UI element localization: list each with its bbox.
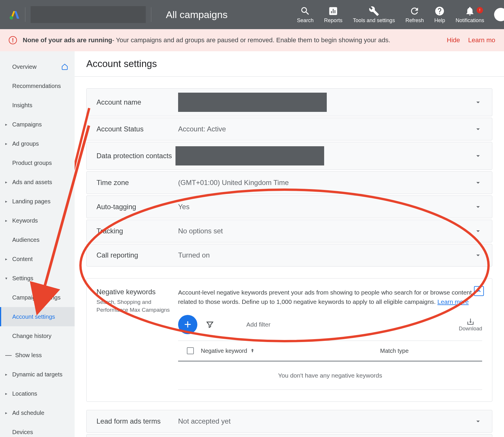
row-auto-tagging[interactable]: Auto-tagging Yes <box>86 195 492 218</box>
sidebar-item-label: Landing pages <box>12 198 50 205</box>
caret-icon <box>5 180 7 184</box>
row-tracking[interactable]: Tracking No options set <box>86 220 492 242</box>
refresh-button[interactable]: Refresh <box>400 6 429 24</box>
home-icon <box>61 63 68 70</box>
sidebar-item-devices[interactable]: Devices <box>0 422 75 437</box>
sidebar-item-label: Ads and assets <box>12 179 52 186</box>
caret-icon <box>5 410 7 415</box>
redacted-value <box>175 146 324 165</box>
help-button[interactable]: Help <box>429 6 450 24</box>
column-match-type[interactable]: Match type <box>380 348 476 354</box>
reports-label: Reports <box>324 17 343 24</box>
sidebar-item-label: Settings <box>12 275 33 282</box>
sidebar-item-insights[interactable]: Insights <box>0 96 75 115</box>
filter-icon-button[interactable] <box>206 320 214 329</box>
alert-bold-text: None of your ads are running <box>23 36 112 44</box>
avatar[interactable] <box>494 8 504 21</box>
row-value: No options set <box>178 227 474 235</box>
reports-button[interactable]: Reports <box>319 6 348 24</box>
sidebar-item-ads-assets[interactable]: Ads and assets <box>0 172 75 192</box>
neg-kw-description: Account-level negative keywords prevent … <box>178 288 482 306</box>
account-name-redacted <box>31 6 146 23</box>
sidebar-item-dynamic-ad-targets[interactable]: Dynamic ad targets <box>0 365 75 384</box>
sidebar-item-ad-groups[interactable]: Ad groups <box>0 134 75 153</box>
select-all-checkbox[interactable] <box>187 347 194 354</box>
row-account-name[interactable]: Account name <box>86 88 492 116</box>
sidebar-item-label: Dynamic ad targets <box>12 371 62 378</box>
add-button[interactable]: + <box>178 315 197 334</box>
row-lead-form[interactable]: Lead form ads terms Not accepted yet <box>86 410 492 433</box>
notification-badge: ! <box>477 7 483 13</box>
sidebar-item-settings[interactable]: Settings <box>0 269 75 288</box>
alert-hide-button[interactable]: Hide <box>447 36 460 44</box>
column-negative-keyword[interactable]: Negative keyword <box>201 348 380 354</box>
sidebar-item-locations[interactable]: Locations <box>0 384 75 403</box>
chevron-down-icon <box>474 98 482 106</box>
search-icon <box>300 6 310 16</box>
search-label: Search <box>297 17 314 24</box>
sidebar-item-label: Overview <box>12 64 36 70</box>
collapse-button[interactable] <box>474 286 484 296</box>
sidebar-sub-account-settings[interactable]: Account settings <box>0 307 75 326</box>
tools-button[interactable]: Tools and settings <box>348 6 400 24</box>
alert-learn-more-link[interactable]: Learn mo <box>468 36 495 44</box>
chevron-down-icon <box>474 227 482 235</box>
refresh-label: Refresh <box>405 17 424 24</box>
sidebar-item-label: Insights <box>12 102 32 109</box>
sidebar-item-content[interactable]: Content <box>0 249 75 269</box>
alert-icon <box>9 36 17 44</box>
search-button[interactable]: Search <box>292 6 319 24</box>
sidebar-item-label: Locations <box>12 390 37 397</box>
row-account-status[interactable]: Account Status Account: Active <box>86 118 492 140</box>
sidebar-item-ad-schedule[interactable]: Ad schedule <box>0 403 75 422</box>
neg-kw-title: Negative keywords <box>96 288 178 296</box>
sidebar-item-landing-pages[interactable]: Landing pages <box>0 192 75 211</box>
row-label: Account name <box>96 98 178 106</box>
row-label: Time zone <box>96 179 178 187</box>
neg-kw-subtitle: Search, Shopping and Performance Max Cam… <box>96 298 178 314</box>
row-data-protection[interactable]: Data protection contacts <box>86 142 492 170</box>
sidebar-item-recommendations[interactable]: Recommendations <box>0 76 75 96</box>
bell-icon <box>465 6 475 16</box>
row-value: Account: Active <box>178 125 474 133</box>
sidebar-item-label: Recommendations <box>12 83 61 89</box>
sidebar-item-overview[interactable]: Overview <box>0 57 75 76</box>
sidebar-item-label: Keywords <box>12 217 38 224</box>
caret-down-icon <box>5 276 7 281</box>
notifications-button[interactable]: Notifications ! <box>450 6 489 24</box>
sidebar: Overview Recommendations Insights Campai… <box>0 51 75 437</box>
sidebar-item-label: Change history <box>12 333 52 339</box>
row-label: Tracking <box>96 227 178 235</box>
scope-title: All campaigns <box>166 9 228 20</box>
caret-icon <box>5 199 7 204</box>
sidebar-item-label: Ad schedule <box>12 410 44 416</box>
sidebar-item-product-groups[interactable]: Product groups <box>0 153 75 172</box>
sidebar-sub-campaign-settings[interactable]: Campaign settings <box>0 288 75 307</box>
row-call-reporting[interactable]: Call reporting Turned on <box>86 244 492 267</box>
wrench-icon <box>369 6 379 16</box>
download-icon <box>466 318 475 326</box>
learn-more-link[interactable]: Learn more <box>438 298 469 305</box>
notifications-label: Notifications <box>456 17 484 24</box>
add-filter-button[interactable]: Add filter <box>246 321 271 328</box>
sidebar-item-change-history[interactable]: Change history <box>0 326 75 346</box>
download-button[interactable]: Download <box>459 318 482 332</box>
sidebar-item-label: Account settings <box>12 313 55 320</box>
sidebar-item-audiences[interactable]: Audiences <box>0 230 75 249</box>
row-time-zone[interactable]: Time zone (GMT+01:00) United Kingdom Tim… <box>86 171 492 194</box>
sidebar-item-keywords[interactable]: Keywords <box>0 211 75 230</box>
row-label: Account Status <box>96 125 178 133</box>
google-ads-logo <box>8 9 20 20</box>
row-customer-match[interactable]: Customer Match Customer Match lists are … <box>86 434 492 437</box>
minus-icon: — <box>5 351 12 359</box>
chevron-down-icon <box>474 251 482 259</box>
help-label: Help <box>434 17 445 24</box>
tools-label: Tools and settings <box>353 17 395 24</box>
header-bar: All campaigns Search Reports Tools and s… <box>0 0 504 29</box>
card-negative-keywords: Negative keywords Search, Shopping and P… <box>86 278 492 402</box>
chevron-down-icon <box>474 417 482 425</box>
row-value: (GMT+01:00) United Kingdom Time <box>178 179 474 187</box>
show-less-button[interactable]: —Show less <box>0 346 75 365</box>
alert-banner: None of your ads are running - Your camp… <box>0 29 504 51</box>
sidebar-item-campaigns[interactable]: Campaigns <box>0 115 75 134</box>
